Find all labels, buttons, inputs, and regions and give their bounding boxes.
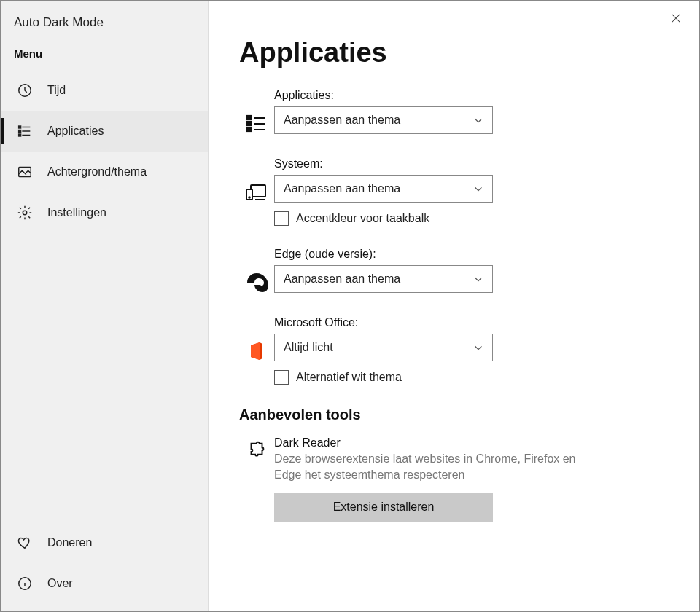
sidebar: Auto Dark Mode Menu Tijd Applicaties Ach…	[1, 1, 209, 611]
tool-title: Dark Reader	[274, 436, 595, 450]
sidebar-item-label: Applicaties	[47, 125, 104, 138]
sidebar-item-donate[interactable]: Doneren	[1, 522, 208, 563]
chevron-down-icon	[473, 274, 483, 284]
list-icon	[17, 123, 33, 139]
gear-icon	[17, 205, 33, 221]
svg-rect-8	[247, 122, 251, 125]
accent-taskbar-checkbox[interactable]: Accentkleur voor taakbalk	[274, 211, 515, 226]
office-icon	[239, 316, 274, 385]
svg-rect-3	[19, 134, 21, 136]
sidebar-item-apps[interactable]: Applicaties	[1, 111, 208, 152]
svg-rect-2	[19, 130, 21, 133]
nav-bottom: Doneren Over	[1, 522, 208, 611]
checkbox-label: Accentkleur voor taakbalk	[296, 212, 429, 225]
sidebar-item-label: Achtergrond/thema	[47, 165, 147, 178]
setting-label: Systeem:	[274, 157, 515, 170]
checkbox-label: Alternatief wit thema	[296, 371, 402, 384]
tool-description: Deze browserextensie laat websites in Ch…	[274, 451, 595, 482]
sidebar-item-time[interactable]: Tijd	[1, 70, 208, 111]
tools-heading: Aanbevolen tools	[239, 407, 664, 423]
setting-edge: Edge (oude versie): Aanpassen aan thema	[239, 248, 664, 294]
page-title: Applicaties	[239, 37, 664, 68]
alt-white-theme-checkbox[interactable]: Alternatief wit thema	[274, 370, 515, 385]
checkbox-icon	[274, 211, 289, 226]
chevron-down-icon	[473, 115, 483, 125]
chevron-down-icon	[473, 184, 483, 194]
office-select[interactable]: Altijd licht	[274, 334, 493, 361]
sidebar-item-label: Instellingen	[47, 206, 106, 219]
clock-icon	[17, 82, 33, 98]
edge-select[interactable]: Aanpassen aan thema	[274, 265, 493, 293]
svg-rect-9	[247, 128, 251, 131]
devices-icon	[239, 157, 274, 226]
sidebar-item-label: Over	[47, 577, 73, 590]
setting-label: Applicaties:	[274, 89, 515, 102]
svg-point-12	[249, 197, 250, 198]
svg-rect-7	[247, 116, 251, 119]
heart-icon	[17, 535, 33, 551]
button-label: Extensie installeren	[333, 501, 435, 514]
select-value: Aanpassen aan thema	[284, 114, 400, 127]
svg-point-5	[23, 211, 27, 215]
setting-office: Microsoft Office: Altijd licht Alternati…	[239, 316, 664, 385]
sidebar-item-settings[interactable]: Instellingen	[1, 192, 208, 233]
apps-select[interactable]: Aanpassen aan thema	[274, 106, 493, 134]
tool-darkreader: Dark Reader Deze browserextensie laat we…	[239, 436, 664, 522]
main-content: Applicaties Applicaties: Aanpassen aan t…	[209, 1, 699, 611]
apps-list-icon	[239, 89, 274, 136]
app-title: Auto Dark Mode	[1, 8, 208, 34]
sidebar-item-background[interactable]: Achtergrond/thema	[1, 152, 208, 192]
system-select[interactable]: Aanpassen aan thema	[274, 175, 493, 203]
setting-apps: Applicaties: Aanpassen aan thema	[239, 89, 664, 136]
setting-label: Microsoft Office:	[274, 316, 515, 329]
sidebar-item-label: Doneren	[47, 536, 92, 549]
menu-label: Menu	[1, 34, 208, 70]
setting-system: Systeem: Aanpassen aan thema Accentkleur…	[239, 157, 664, 226]
theme-icon	[17, 164, 33, 180]
checkbox-icon	[274, 370, 289, 385]
install-extension-button[interactable]: Extensie installeren	[274, 493, 493, 522]
sidebar-item-about[interactable]: Over	[1, 563, 208, 604]
sidebar-item-label: Tijd	[47, 84, 66, 97]
select-value: Altijd licht	[284, 341, 333, 354]
select-value: Aanpassen aan thema	[284, 182, 400, 195]
puzzle-icon	[239, 436, 274, 522]
svg-rect-1	[19, 126, 21, 128]
chevron-down-icon	[473, 342, 483, 353]
close-button[interactable]	[666, 8, 686, 28]
setting-label: Edge (oude versie):	[274, 248, 515, 261]
nav-top: Tijd Applicaties Achtergrond/thema Inste…	[1, 70, 208, 522]
select-value: Aanpassen aan thema	[284, 272, 400, 286]
edge-icon	[239, 248, 274, 294]
info-icon	[17, 576, 33, 592]
